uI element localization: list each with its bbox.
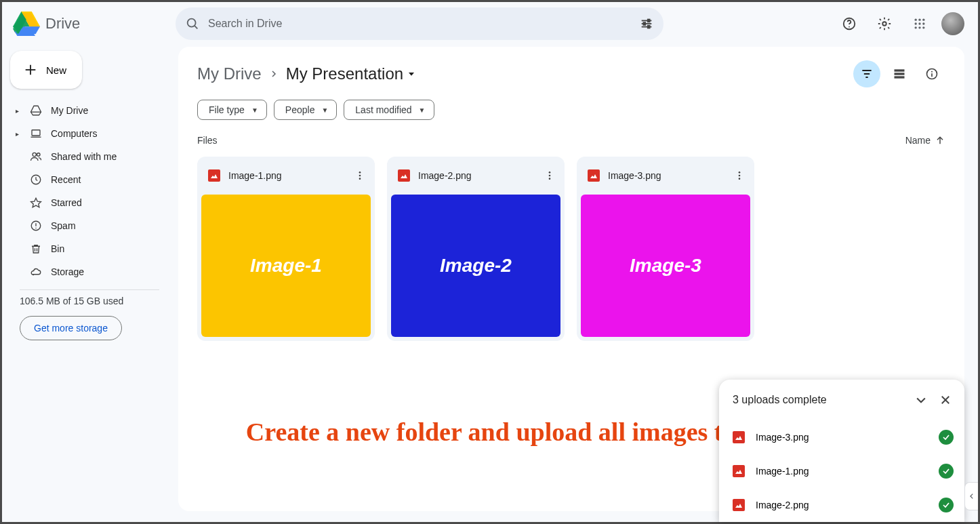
chip-people[interactable]: People▼ <box>274 100 338 120</box>
get-more-storage-button[interactable]: Get more storage <box>20 316 122 340</box>
svg-point-62 <box>739 172 741 174</box>
breadcrumb-current[interactable]: My Presentation <box>286 64 417 83</box>
chip-file-type[interactable]: File type▼ <box>197 100 267 120</box>
svg-point-35 <box>33 153 36 156</box>
success-check-icon <box>939 430 954 445</box>
section-title: Files <box>197 135 218 146</box>
settings-icon[interactable] <box>871 10 898 37</box>
svg-point-28 <box>922 26 924 28</box>
svg-point-20 <box>915 19 917 21</box>
svg-point-25 <box>922 22 924 24</box>
svg-line-10 <box>195 26 197 28</box>
nav-my-drive[interactable]: ▸ My Drive <box>10 100 162 121</box>
storage-usage-text: 106.5 MB of 15 GB used <box>20 296 162 306</box>
logo-block[interactable]: Drive <box>13 10 170 37</box>
svg-point-41 <box>35 228 37 229</box>
breadcrumb-root[interactable]: My Drive <box>197 64 262 83</box>
files-grid: Image-1.png Image-1 Image-2.png Image-2 … <box>197 157 945 341</box>
search-options-icon[interactable] <box>639 16 654 31</box>
drive-logo-icon <box>13 10 40 37</box>
nav: ▸ My Drive ▸ Computers Shared with me Re… <box>10 100 162 283</box>
nav-starred[interactable]: Starred <box>10 192 162 214</box>
svg-rect-48 <box>895 76 905 78</box>
svg-rect-47 <box>895 73 905 75</box>
search-input[interactable] <box>208 18 631 30</box>
upload-item[interactable]: Image-3.png <box>719 420 964 454</box>
svg-point-9 <box>188 19 196 27</box>
more-options-icon[interactable] <box>729 165 750 186</box>
nav-spam[interactable]: Spam <box>10 215 162 237</box>
file-thumbnail[interactable]: Image-3 <box>581 195 750 337</box>
svg-point-64 <box>739 178 741 180</box>
svg-point-36 <box>37 153 41 157</box>
chip-label: File type <box>209 104 245 115</box>
list-view-icon[interactable] <box>886 60 913 87</box>
info-icon[interactable] <box>918 60 945 87</box>
svg-point-55 <box>359 175 361 177</box>
filter-icon[interactable] <box>853 60 880 87</box>
nav-recent[interactable]: Recent <box>10 169 162 190</box>
nav-storage[interactable]: Storage <box>10 261 162 283</box>
nav-label: Computers <box>51 128 97 139</box>
header-icons <box>836 10 967 37</box>
upload-item[interactable]: Image-2.png <box>719 488 964 522</box>
close-icon[interactable] <box>936 390 955 409</box>
chevron-down-icon: ▼ <box>321 106 328 114</box>
svg-marker-42 <box>409 73 414 76</box>
svg-marker-53 <box>211 174 218 178</box>
file-thumbnail[interactable]: Image-1 <box>201 195 371 337</box>
svg-point-56 <box>359 178 361 180</box>
more-options-icon[interactable] <box>539 165 560 186</box>
image-type-icon <box>588 169 600 182</box>
svg-point-54 <box>359 172 361 174</box>
file-name: Image-2.png <box>418 170 472 181</box>
sidebar: New ▸ My Drive ▸ Computers Shared with m… <box>2 45 170 346</box>
expand-icon[interactable]: ▸ <box>13 130 21 138</box>
svg-marker-68 <box>735 470 742 474</box>
svg-point-59 <box>549 175 551 177</box>
view-toolbar <box>853 60 945 87</box>
app-name: Drive <box>45 15 80 33</box>
svg-marker-69 <box>735 504 742 508</box>
file-card[interactable]: Image-3.png Image-3 <box>577 157 754 341</box>
upload-title: 3 uploads complete <box>733 394 827 406</box>
file-card[interactable]: Image-1.png Image-1 <box>197 157 375 341</box>
account-avatar[interactable] <box>941 12 964 35</box>
upload-item[interactable]: Image-1.png <box>719 454 964 488</box>
nav-shared[interactable]: Shared with me <box>10 146 162 167</box>
trash-icon <box>29 243 43 255</box>
svg-point-19 <box>882 22 886 26</box>
spam-icon <box>29 220 43 232</box>
breadcrumb-current-label: My Presentation <box>286 64 403 83</box>
search-bar[interactable] <box>176 7 663 40</box>
svg-point-27 <box>918 26 920 28</box>
laptop-icon <box>29 127 43 140</box>
support-icon[interactable] <box>836 10 863 37</box>
image-type-icon <box>398 169 410 182</box>
people-icon <box>29 150 43 163</box>
side-panel-toggle[interactable] <box>964 482 978 510</box>
nav-label: Storage <box>51 266 84 277</box>
svg-marker-67 <box>735 436 742 440</box>
upload-status-panel: 3 uploads complete Image-3.png Image-1.p… <box>719 380 964 522</box>
svg-point-23 <box>915 22 917 24</box>
svg-rect-46 <box>895 69 905 71</box>
upload-item-name: Image-1.png <box>756 466 809 477</box>
sort-button[interactable]: Name <box>905 135 945 146</box>
expand-icon[interactable]: ▸ <box>13 107 21 115</box>
chip-label: Last modified <box>355 104 411 115</box>
new-button[interactable]: New <box>10 51 82 89</box>
nav-computers[interactable]: ▸ Computers <box>10 123 162 144</box>
chip-label: People <box>285 104 315 115</box>
tutorial-annotation: Create a new folder and upload all image… <box>243 413 761 451</box>
more-options-icon[interactable] <box>349 165 371 186</box>
collapse-icon[interactable] <box>912 390 931 409</box>
chevron-down-icon: ▼ <box>251 106 258 114</box>
apps-icon[interactable] <box>906 10 933 37</box>
drive-icon <box>29 104 43 117</box>
image-type-icon <box>208 169 220 182</box>
file-thumbnail[interactable]: Image-2 <box>391 195 560 337</box>
file-card[interactable]: Image-2.png Image-2 <box>387 157 565 341</box>
chip-last-modified[interactable]: Last modified▼ <box>344 100 434 120</box>
nav-bin[interactable]: Bin <box>10 238 162 260</box>
